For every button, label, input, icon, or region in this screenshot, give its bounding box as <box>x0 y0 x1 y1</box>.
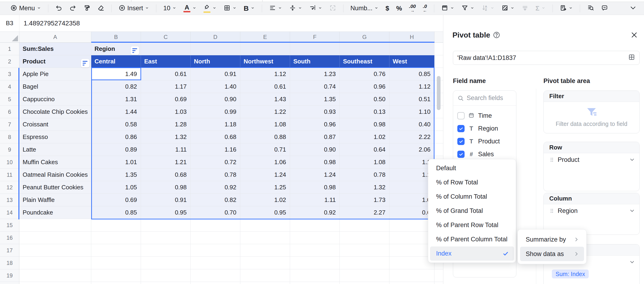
column-area-item-region[interactable]: Region <box>544 204 639 217</box>
column-header-D[interactable]: D <box>191 32 240 43</box>
cell-A19[interactable] <box>19 269 91 282</box>
cell-E5[interactable]: 1.43 <box>240 93 290 106</box>
cell-G18[interactable] <box>340 257 390 269</box>
cell-E11[interactable]: 1.24 <box>240 169 290 181</box>
cell-B7[interactable]: 0.58 <box>91 118 141 131</box>
cell-B18[interactable] <box>91 257 141 269</box>
cell-B4[interactable]: 0.82 <box>91 80 141 93</box>
cell-F11[interactable]: 1.24 <box>290 169 340 181</box>
table-style-button[interactable] <box>439 3 457 13</box>
cell-E16[interactable] <box>240 232 290 244</box>
value-aggregation-chip[interactable]: Sum: Index <box>552 270 589 279</box>
chevron-down-icon[interactable] <box>629 208 635 214</box>
pivot-range-input[interactable]: 'Raw data'!A1:D1837 <box>453 51 640 65</box>
region-field-filter-icon[interactable] <box>131 46 139 55</box>
cell-E3[interactable]: 1.12 <box>240 68 290 80</box>
cell-A8[interactable]: Espresso <box>19 131 91 143</box>
cell-E13[interactable]: 1.02 <box>240 194 290 206</box>
cell-D11[interactable]: 0.78 <box>191 169 240 181</box>
cell-C13[interactable]: 0.91 <box>141 194 191 206</box>
row-header-20[interactable]: 20 <box>0 282 19 284</box>
cell-C9[interactable]: 1.11 <box>141 143 191 156</box>
fill-color-button[interactable] <box>201 3 219 13</box>
cell-A1[interactable]: Sum:Sales <box>19 43 91 55</box>
cell-B11[interactable]: 1.35 <box>91 169 141 181</box>
cell-C6[interactable]: 1.03 <box>141 106 191 118</box>
cell-F4[interactable]: 0.74 <box>290 80 340 93</box>
insert-button[interactable]: Insert <box>116 3 152 13</box>
cell-F12[interactable]: 0.98 <box>290 181 340 194</box>
cell-H19[interactable] <box>390 269 434 282</box>
row-header-11[interactable]: 11 <box>0 169 19 181</box>
cell-C3[interactable]: 0.61 <box>141 68 191 80</box>
row-header-5[interactable]: 5 <box>0 93 19 106</box>
row-header-2[interactable]: 2 <box>0 55 19 68</box>
cell-G19[interactable] <box>340 269 390 282</box>
cell-A9[interactable]: Latte <box>19 143 91 156</box>
row-header-14[interactable]: 14 <box>0 206 19 219</box>
cell-F9[interactable]: 0.90 <box>290 143 340 156</box>
vertical-align-button[interactable] <box>287 3 304 13</box>
select-range-icon[interactable] <box>628 54 635 62</box>
cell-D15[interactable] <box>191 219 240 232</box>
cell-F3[interactable]: 1.23 <box>290 68 340 80</box>
cell-B10[interactable]: 1.01 <box>91 156 141 169</box>
cell-G5[interactable]: 0.50 <box>340 93 390 106</box>
number-format-select[interactable]: Numb... <box>348 3 381 13</box>
cell-A7[interactable]: Croissant <box>19 118 91 131</box>
cell-A14[interactable]: Poundcake <box>19 206 91 219</box>
cell-A17[interactable] <box>19 244 91 257</box>
cell-D1[interactable] <box>191 43 240 55</box>
field-item-product[interactable]: TProduct <box>453 135 516 148</box>
cell-D6[interactable]: 0.99 <box>191 106 240 118</box>
find-replace-button[interactable] <box>585 3 596 13</box>
cell-E8[interactable]: 0.88 <box>240 131 290 143</box>
cell-E15[interactable] <box>240 219 290 232</box>
cell-D19[interactable] <box>191 269 240 282</box>
cell-E20[interactable] <box>240 282 290 284</box>
cell-B17[interactable] <box>91 244 141 257</box>
borders-button[interactable] <box>221 3 239 13</box>
cell-E18[interactable] <box>240 257 290 269</box>
cell-H6[interactable]: 1.10 <box>390 106 434 118</box>
cell-E19[interactable] <box>240 269 290 282</box>
cell-D2[interactable]: North <box>191 55 240 68</box>
chevron-down-icon[interactable] <box>629 259 635 265</box>
menu-item-default[interactable]: Default <box>430 161 514 175</box>
cell-C8[interactable]: 1.32 <box>141 131 191 143</box>
cell-D16[interactable] <box>191 232 240 244</box>
redo-button[interactable] <box>67 3 79 13</box>
cell-E2[interactable]: Northwest <box>240 55 290 68</box>
cell-H8[interactable]: 2.22 <box>390 131 434 143</box>
filter-button[interactable] <box>459 3 477 13</box>
cell-G10[interactable]: 1.08 <box>340 156 390 169</box>
sum-button[interactable]: Σ <box>533 3 548 13</box>
field-checkbox-product[interactable] <box>457 138 464 145</box>
cell-A15[interactable] <box>19 219 91 232</box>
cell-H3[interactable]: 0.85 <box>390 68 434 80</box>
cell-D9[interactable]: 1.16 <box>191 143 240 156</box>
row-header-12[interactable]: 12 <box>0 181 19 194</box>
row-header-7[interactable]: 7 <box>0 118 19 131</box>
cell-G8[interactable]: 1.02 <box>340 131 390 143</box>
submenu-item-summarize-by[interactable]: Summarize by <box>520 232 584 247</box>
cell-E10[interactable]: 1.06 <box>240 156 290 169</box>
cell-F2[interactable]: South <box>290 55 340 68</box>
cell-D7[interactable]: 1.18 <box>191 118 240 131</box>
cell-G15[interactable] <box>340 219 390 232</box>
horizontal-align-button[interactable] <box>267 3 284 13</box>
cell-B19[interactable] <box>91 269 141 282</box>
menu-item-pct-of-column-total[interactable]: % of Column Total <box>430 190 514 204</box>
row-header-17[interactable]: 17 <box>0 244 19 257</box>
cell-A16[interactable] <box>19 232 91 244</box>
field-search-input[interactable]: Search fields <box>453 91 516 106</box>
merge-cells-button[interactable] <box>327 3 338 13</box>
cell-H7[interactable]: 0.40 <box>390 118 434 131</box>
row-header-3[interactable]: 3 <box>0 68 19 80</box>
cell-G13[interactable]: 1.73 <box>340 194 390 206</box>
menu-item-pct-of-parent-column-total[interactable]: % of Parent Column Total <box>430 232 514 247</box>
cell-C16[interactable] <box>141 232 191 244</box>
cell-B16[interactable] <box>91 232 141 244</box>
row-header-1[interactable]: 1 <box>0 43 19 55</box>
field-checkbox-region[interactable] <box>457 125 464 132</box>
